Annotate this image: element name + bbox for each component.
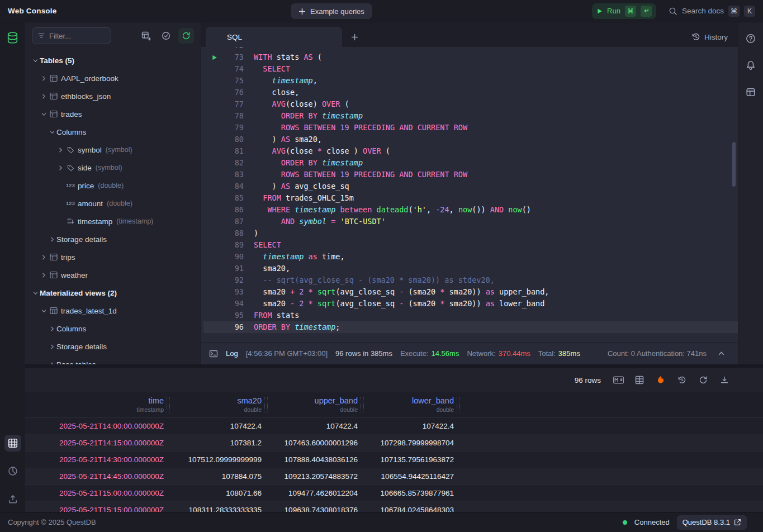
cell[interactable]: 109477.4626012204: [268, 485, 364, 501]
refresh-results-button[interactable]: [696, 373, 710, 387]
filter-box[interactable]: [32, 27, 111, 44]
tree-item-price[interactable]: 123price(double): [25, 177, 201, 194]
code-line-96[interactable]: 96ORDER BY timestamp;: [203, 321, 738, 333]
table-row[interactable]: 2025-05-21T15:00:00.000000Z108071.661094…: [25, 485, 763, 502]
tree-item-ethblocks-json[interactable]: ethblocks_json: [25, 87, 201, 105]
code-line-87[interactable]: 87 AND symbol = 'BTC-USDT': [203, 216, 738, 227]
download-button[interactable]: [717, 373, 732, 387]
tree-item-side[interactable]: side(symbol): [25, 159, 201, 177]
chevron-right-icon[interactable]: [48, 344, 56, 350]
table-row[interactable]: 2025-05-21T14:15:00.000000Z107381.210746…: [25, 435, 763, 452]
code-line-83[interactable]: 83 ROWS BETWEEN 19 PRECEDING AND CURRENT…: [203, 169, 738, 180]
cell[interactable]: 107422.4: [170, 418, 268, 434]
tree-item-base-tables[interactable]: Base tables: [25, 355, 201, 364]
version-button[interactable]: QuestDB 8.3.1: [677, 515, 747, 530]
column-header-lower_band[interactable]: lower_banddouble: [364, 392, 461, 417]
editor-scrollbar[interactable]: [732, 142, 736, 187]
code-line-79[interactable]: 79 ROWS BETWEEN 19 PRECEDING AND CURRENT…: [203, 122, 738, 134]
code-line-86[interactable]: 86 WHERE timestamp between dateadd('h', …: [203, 204, 738, 216]
select-tables-button[interactable]: [158, 28, 174, 44]
code-line-72[interactable]: 72: [203, 47, 738, 51]
grid-view-button[interactable]: [632, 373, 647, 387]
code-editor[interactable]: 7273WITH stats AS (74 SELECT75 timestamp…: [201, 47, 738, 342]
code-line-81[interactable]: 81 AVG(close * close ) OVER (: [203, 145, 738, 157]
run-query-icon[interactable]: [203, 51, 221, 63]
history-button[interactable]: History: [691, 32, 728, 41]
column-header-upper_band[interactable]: upper_banddouble: [268, 392, 364, 417]
cell[interactable]: 107463.60000001296: [268, 435, 364, 451]
tree-item-symbol[interactable]: symbol(symbol): [25, 141, 201, 159]
cell[interactable]: 2025-05-21T14:15:00.000000Z: [25, 435, 170, 451]
table-row[interactable]: 2025-05-21T14:00:00.000000Z107422.410742…: [25, 418, 763, 435]
tree-item-tables-5-[interactable]: Tables (5): [25, 51, 201, 69]
cell[interactable]: 2025-05-21T14:00:00.000000Z: [25, 418, 170, 434]
code-line-75[interactable]: 75 timestamp,: [203, 75, 738, 87]
chevron-down-icon[interactable]: [48, 129, 56, 135]
notifications-button[interactable]: [742, 57, 759, 74]
cell[interactable]: 107888.40438036126: [268, 452, 364, 468]
tree-item-trades[interactable]: trades: [25, 105, 201, 123]
chevron-right-icon[interactable]: [39, 254, 48, 260]
code-line-89[interactable]: 89SELECT: [203, 239, 738, 251]
chevron-right-icon[interactable]: [39, 272, 48, 278]
code-line-88[interactable]: 88): [203, 227, 738, 239]
chevron-right-icon[interactable]: [56, 147, 65, 153]
code-line-85[interactable]: 85 FROM trades_OHLC_15m: [203, 192, 738, 204]
add-table-button[interactable]: [138, 28, 154, 44]
panels-button[interactable]: [742, 84, 759, 101]
cell[interactable]: 106784.02458648303: [364, 502, 461, 512]
code-line-90[interactable]: 90 timestamp as time,: [203, 251, 738, 263]
tree-item-columns[interactable]: Columns: [25, 123, 201, 141]
column-header-sma20[interactable]: sma20double: [170, 392, 268, 417]
query-history-button[interactable]: [675, 373, 689, 387]
cell[interactable]: 106665.85739877961: [364, 485, 461, 501]
code-line-77[interactable]: 77 AVG(close) OVER (: [203, 98, 738, 110]
run-button[interactable]: Run ⌘: [592, 3, 656, 19]
cell[interactable]: 108311.28333333335: [170, 502, 268, 512]
code-line-82[interactable]: 82 ORDER BY timestamp: [203, 157, 738, 169]
chart-view-button[interactable]: [4, 463, 21, 479]
tables-panel-button[interactable]: [4, 29, 21, 46]
refresh-schema-button[interactable]: [178, 28, 194, 44]
cell[interactable]: 109213.20574883572: [268, 468, 364, 484]
results-grid-button[interactable]: [4, 435, 21, 452]
tree-item-timestamp[interactable]: timestamp(timestamp): [25, 212, 201, 230]
cell[interactable]: 107512.09999999999: [170, 452, 268, 468]
table-row[interactable]: 2025-05-21T14:45:00.000000Z107884.075109…: [25, 468, 763, 485]
cell[interactable]: 2025-05-21T15:00:00.000000Z: [25, 485, 170, 501]
cell[interactable]: 107422.4: [364, 418, 461, 434]
code-line-94[interactable]: 94 sma20 - 2 * sqrt(avg_close_sq - (sma2…: [203, 298, 738, 310]
cell[interactable]: 107135.79561963872: [364, 452, 461, 468]
tree-item-storage-details[interactable]: Storage details: [25, 230, 201, 248]
cell[interactable]: 109638.74308018376: [268, 502, 364, 512]
example-queries-button[interactable]: Example queries: [291, 3, 372, 19]
chevron-right-icon[interactable]: [48, 326, 56, 332]
tree-item-columns[interactable]: Columns: [25, 320, 201, 338]
copy-markdown-button[interactable]: [611, 373, 625, 387]
code-line-93[interactable]: 93 sma20 + 2 * sqrt(avg_close_sq - (sma2…: [203, 286, 738, 298]
tree-item-aapl-orderbook[interactable]: AAPL_orderbook: [25, 69, 201, 87]
code-line-95[interactable]: 95FROM stats: [203, 310, 738, 321]
tree-item-weather[interactable]: weather: [25, 266, 201, 284]
import-button[interactable]: [4, 491, 21, 507]
chevron-down-icon[interactable]: [39, 308, 48, 314]
tree-item-amount[interactable]: 123amount(double): [25, 194, 201, 212]
search-docs-button[interactable]: Search docs ⌘ K: [669, 6, 755, 17]
chevron-right-icon[interactable]: [39, 93, 48, 99]
cell[interactable]: 2025-05-21T14:30:00.000000Z: [25, 452, 170, 468]
cell[interactable]: 107884.075: [170, 468, 268, 484]
column-header-time[interactable]: timetimestamp: [25, 392, 170, 417]
chevron-right-icon[interactable]: [39, 75, 48, 82]
new-tab-button[interactable]: [347, 29, 362, 45]
chevron-down-icon[interactable]: [39, 111, 48, 117]
tab-sql[interactable]: SQL: [206, 27, 342, 47]
cell[interactable]: 108071.66: [170, 485, 268, 501]
cell[interactable]: 107422.4: [268, 418, 364, 434]
tree-item-storage-details[interactable]: Storage details: [25, 338, 201, 355]
grafana-button[interactable]: [653, 373, 668, 387]
cell[interactable]: 107298.79999998704: [364, 435, 461, 451]
code-line-73[interactable]: 73WITH stats AS (: [203, 51, 738, 63]
tree-item-materialized-views-2-[interactable]: Materialized views (2): [25, 284, 201, 302]
chevron-down-icon[interactable]: [31, 290, 40, 296]
cell[interactable]: 2025-05-21T14:45:00.000000Z: [25, 468, 170, 484]
